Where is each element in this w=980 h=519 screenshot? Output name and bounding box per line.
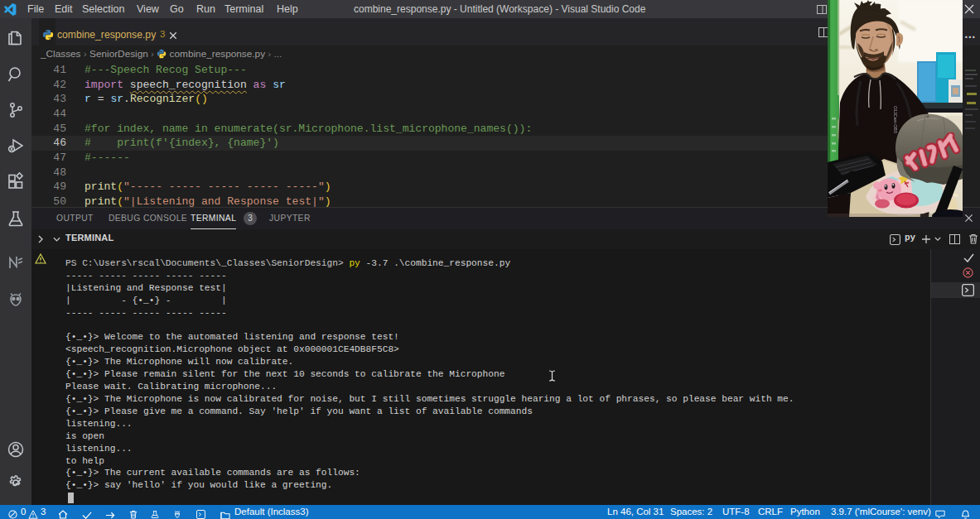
svg-text:O13Cam OBS: O13Cam OBS [893, 106, 898, 134]
